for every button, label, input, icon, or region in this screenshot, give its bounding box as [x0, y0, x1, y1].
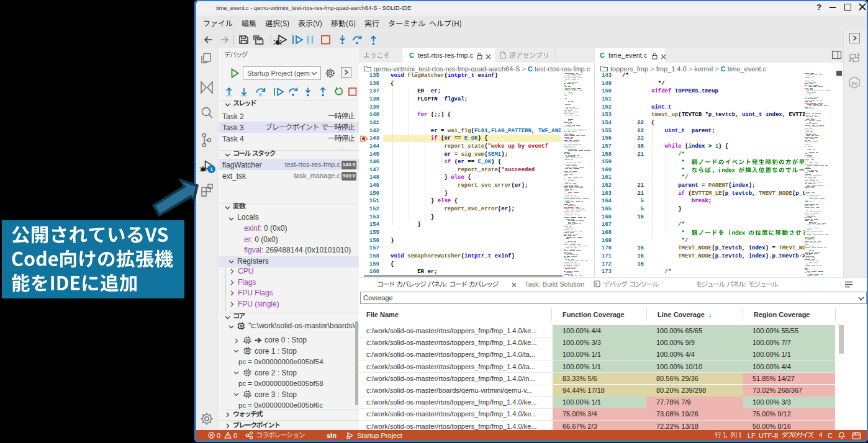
svg-text:0x: 0x — [852, 81, 857, 86]
